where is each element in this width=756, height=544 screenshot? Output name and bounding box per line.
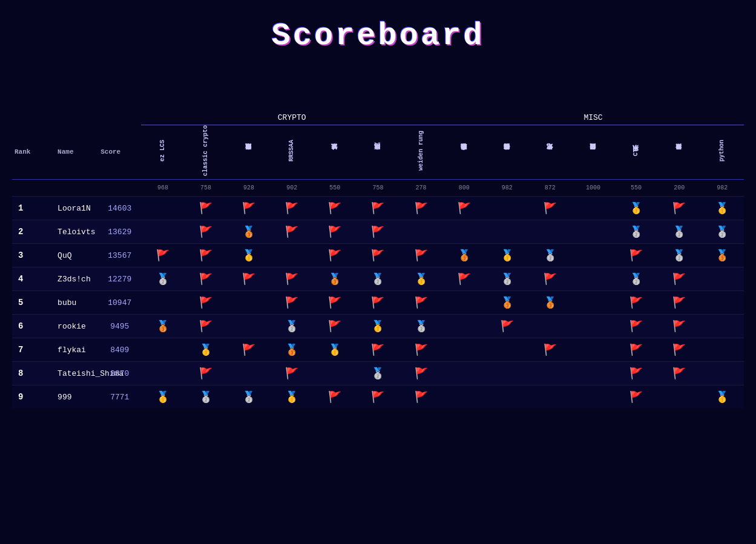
misc-category-label: MISC [442,108,744,125]
challenge-cell: 🥈 [658,244,701,267]
challenge-cell [701,315,744,338]
name-cell: flykai [55,338,98,362]
challenge-cell [571,220,614,244]
challenge-cell [141,291,184,315]
challenge-cell: 🚩 [442,267,485,291]
rank-cell: 3 [12,244,55,267]
challenge-cell [701,291,744,315]
challenge-cell [271,244,314,267]
rank-cell: 9 [12,385,55,409]
challenge-cell: 🚩 [271,267,314,291]
challenge-cell: 🚩 [314,197,357,220]
challenge-cell [485,385,528,409]
table-row: 8Tateishi_Shima8370🚩🚩🥈🚩🚩🚩 [12,362,744,385]
challenge-cell: 🥈 [658,220,701,244]
challenge-cell: 🚩 [357,291,399,315]
challenge-cell [571,244,614,267]
challenge-cell: 🚩 [314,315,357,338]
name-col-header: Name [55,125,98,180]
challenge-cell [485,338,528,362]
ch-0-score: 968 [141,180,184,197]
table-row: 2Teloivts13629🚩🥉🚩🚩🚩🥈🥈🥈 [12,220,744,244]
rank-cell: 4 [12,267,55,291]
empty-header [12,108,141,125]
challenge-cell: 🚩 [314,385,357,409]
score-cell: 13567 [98,244,141,267]
ch-5-header: 艳美大阿 [357,125,399,180]
scoreboard-table: CRYPTO MISC Rank Name Score ez LCS class… [12,108,744,408]
challenge-cell: 🥉 [442,244,485,267]
challenge-cell: 🚩 [528,267,571,291]
challenge-cell: 🚩 [184,197,227,220]
challenge-cell: 🚩 [184,220,227,244]
challenge-cell: 🚩 [184,244,227,267]
rank-cell: 5 [12,291,55,315]
score-cell: 7771 [98,385,141,409]
challenge-cell: 🚩 [271,220,314,244]
score-cell: 14603 [98,197,141,220]
ch-11-score: 550 [615,180,658,197]
challenge-cell: 🥇 [314,338,357,362]
challenge-cell [701,362,744,385]
challenge-scores-row: 968 758 928 902 550 758 278 800 982 872 … [12,180,744,197]
challenge-cell [442,338,485,362]
challenge-cell [442,362,485,385]
challenge-cell [571,267,614,291]
ch-0-header: ez LCS [141,125,184,180]
ch-9-header: 第七笔记 [528,125,571,180]
challenge-cell: 🥉 [528,291,571,315]
challenge-cell: 🚩 [357,338,399,362]
ch-8-score: 982 [485,180,528,197]
challenge-cell: 🚩 [314,291,357,315]
ch-6-header: weiden rung [399,125,442,180]
challenge-cell [485,362,528,385]
challenge-cell: 🥈 [615,267,658,291]
ch-2-score: 928 [228,180,271,197]
challenge-cell: 🥉 [485,291,528,315]
challenge-cell: 🥇 [701,385,744,409]
challenge-cell [442,220,485,244]
challenge-cell: 🥉 [314,267,357,291]
challenge-cell: 🥇 [485,244,528,267]
challenge-cell: 🥈 [228,385,271,409]
challenge-cell [528,362,571,385]
name-cell: bubu [55,291,98,315]
challenge-cell: 🚩 [357,244,399,267]
challenge-cell: 🚩 [228,338,271,362]
ch-10-header: 超级拼图 [571,125,614,180]
challenge-cell: 🚩 [314,244,357,267]
challenge-cell: 🥈 [141,267,184,291]
ch-3-header: RRSSAA [271,125,314,180]
ch-12-header: 回禄量 [658,125,701,180]
challenge-cell: 🚩 [271,291,314,315]
score-cell: 13629 [98,220,141,244]
challenge-cell [141,338,184,362]
challenge-cell [528,385,571,409]
score-cell: 9495 [98,315,141,338]
challenge-cell [228,315,271,338]
challenge-cell [141,220,184,244]
challenge-cell [571,291,614,315]
challenge-cell: 🥈 [357,267,399,291]
name-cell: Teloivts [55,220,98,244]
name-cell: 999 [55,385,98,409]
page-title: Scoreboard [0,0,756,66]
challenge-cell: 🚩 [658,267,701,291]
challenge-cell [141,362,184,385]
challenge-cell: 🚩 [399,197,442,220]
table-row: 4Z3ds!ch12279🥈🚩🚩🚩🥉🥈🥇🚩🥈🚩🥈🚩 [12,267,744,291]
challenge-cell: 🥇 [271,385,314,409]
challenge-cell: 🥉 [271,338,314,362]
table-row: 1Loora1N14603🚩🚩🚩🚩🚩🚩🚩🚩🥇🚩🥇 [12,197,744,220]
challenge-cell [399,220,442,244]
challenge-cell: 🥉 [228,220,271,244]
challenge-cell: 🚩 [615,338,658,362]
challenge-cell [571,385,614,409]
name-cell: Tateishi_Shima [55,362,98,385]
challenge-cell [228,291,271,315]
challenge-cell: 🥈 [485,267,528,291]
challenge-cell [571,197,614,220]
score-col-header: Score [98,125,141,180]
challenge-cell: 🚩 [528,338,571,362]
ch-5-score: 758 [357,180,399,197]
